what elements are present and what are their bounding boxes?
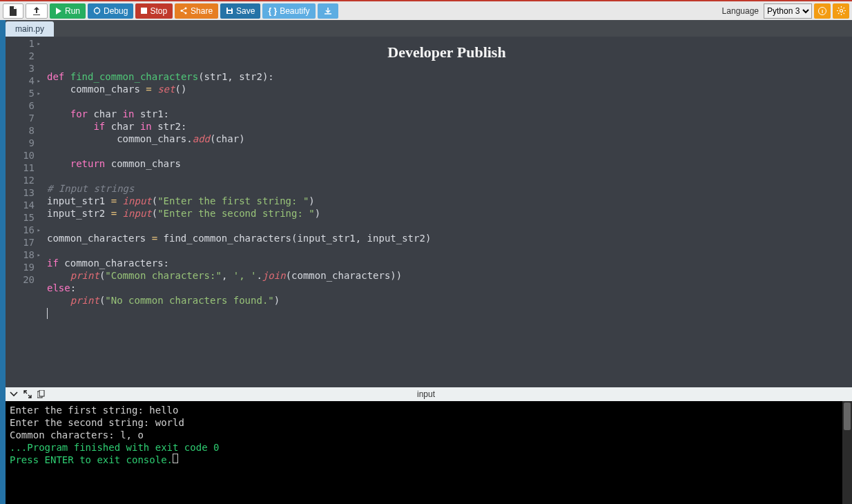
stop-label: Stop	[150, 6, 167, 16]
code-line[interactable]: else:	[47, 282, 852, 294]
settings-button[interactable]	[833, 3, 849, 19]
code-line[interactable]	[47, 244, 852, 257]
run-label: Run	[65, 6, 80, 16]
save-label: Save	[236, 6, 255, 16]
code-line[interactable]: for char in str1:	[47, 108, 852, 120]
code-line[interactable]: if char in str2:	[47, 120, 852, 133]
download-button[interactable]	[318, 3, 338, 19]
side-strip[interactable]	[0, 20, 6, 504]
code-line[interactable]	[47, 307, 852, 319]
collapse-console-icon[interactable]	[10, 390, 18, 398]
editor-cursor	[47, 308, 48, 319]
terminal-line: Enter the second string: world	[10, 416, 848, 429]
code-line[interactable]: common_characters = find_common_characte…	[47, 232, 852, 244]
terminal-line: ...Program finished with exit code 0	[10, 441, 848, 454]
info-icon: i	[818, 7, 826, 15]
svg-point-0	[95, 8, 100, 14]
watermark: Developer Publish	[387, 43, 505, 61]
file-icon	[9, 6, 17, 16]
svg-rect-8	[228, 11, 231, 13]
code-content[interactable]: Developer Publish def find_common_charac…	[41, 37, 852, 387]
save-icon	[226, 7, 233, 14]
share-icon	[180, 7, 188, 14]
beautify-button[interactable]: { } Beautify	[262, 3, 315, 19]
save-button[interactable]: Save	[220, 3, 260, 19]
language-label: Language	[722, 6, 759, 16]
braces-icon: { }	[268, 6, 277, 16]
debug-label: Debug	[104, 6, 128, 16]
svg-point-11	[840, 10, 842, 12]
console-label: input	[417, 389, 435, 399]
language-select[interactable]: Python 3	[764, 3, 812, 19]
code-line[interactable]	[47, 145, 852, 157]
tab-bar: main.py	[6, 20, 852, 37]
info-button[interactable]: i	[814, 3, 831, 19]
new-file-button[interactable]	[3, 3, 23, 19]
terminal[interactable]: Enter the first string: helloEnter the s…	[6, 401, 852, 504]
share-label: Share	[191, 6, 213, 16]
code-editor[interactable]: 1234567891011121314151617181920 Develope…	[6, 37, 852, 387]
gear-icon	[837, 6, 846, 15]
tab-main[interactable]: main.py	[6, 21, 54, 37]
expand-console-icon[interactable]	[23, 390, 32, 398]
run-button[interactable]: Run	[50, 3, 86, 19]
code-line[interactable]	[47, 95, 852, 108]
code-line[interactable]: if common_characters:	[47, 257, 852, 269]
code-line[interactable]: common_chars.add(char)	[47, 133, 852, 145]
upload-icon	[32, 6, 41, 16]
svg-rect-7	[228, 8, 231, 10]
code-line[interactable]: def find_common_characters(str1, str2):	[47, 70, 852, 83]
terminal-line: Press ENTER to exit console.	[10, 454, 848, 466]
code-line[interactable]: # Input strings	[47, 182, 852, 195]
code-line[interactable]: return common_chars	[47, 157, 852, 170]
console-bar: input	[6, 387, 852, 401]
terminal-scrollbar-thumb[interactable]	[844, 403, 851, 430]
terminal-scrollbar[interactable]	[842, 401, 852, 504]
svg-rect-13	[39, 390, 44, 396]
play-icon	[55, 8, 62, 14]
line-gutter: 1234567891011121314151617181920	[6, 37, 41, 387]
copy-console-icon[interactable]	[37, 390, 45, 398]
code-line[interactable]: print("No common characters found.")	[47, 294, 852, 307]
code-line[interactable]: print("Common characters:", ', '.join(co…	[47, 269, 852, 282]
upload-button[interactable]	[26, 3, 48, 19]
code-line[interactable]: common_chars = set()	[47, 83, 852, 95]
terminal-line: Enter the first string: hello	[10, 404, 848, 416]
download-icon	[324, 7, 332, 15]
svg-rect-3	[141, 8, 147, 14]
bug-icon	[93, 7, 101, 14]
debug-button[interactable]: Debug	[88, 3, 133, 19]
stop-button[interactable]: Stop	[135, 3, 173, 19]
code-line[interactable]	[47, 220, 852, 232]
stop-icon	[141, 8, 147, 14]
terminal-line: Common characters: l, o	[10, 429, 848, 441]
terminal-cursor	[173, 454, 178, 463]
code-line[interactable]: input_str1 = input("Enter the first stri…	[47, 195, 852, 207]
toolbar: Run Debug Stop Share Save { } Beautify L…	[0, 1, 852, 20]
code-line[interactable]	[47, 170, 852, 182]
code-line[interactable]: input_str2 = input("Enter the second str…	[47, 207, 852, 220]
svg-text:i: i	[822, 8, 823, 14]
beautify-label: Beautify	[280, 6, 309, 16]
share-button[interactable]: Share	[175, 3, 218, 19]
